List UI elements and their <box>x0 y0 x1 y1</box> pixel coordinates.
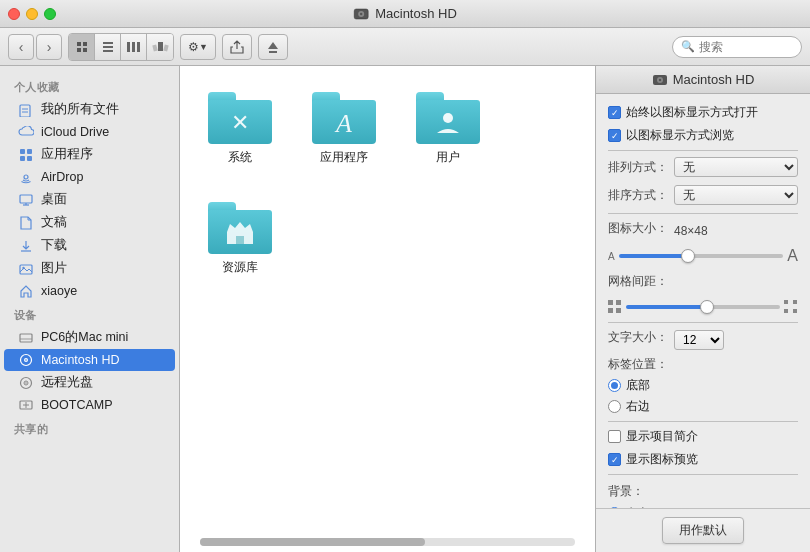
svg-rect-18 <box>20 334 32 342</box>
sidebar-item-downloads[interactable]: 下载 <box>4 234 175 257</box>
file-item-apps[interactable]: A 应用程序 <box>304 86 384 172</box>
right-panel-bottom: 用作默认 <box>596 508 810 552</box>
downloads-icon <box>18 238 34 254</box>
svg-marker-31 <box>227 222 253 232</box>
file-item-library[interactable]: 资源库 <box>200 196 280 282</box>
eject-icon <box>266 40 280 54</box>
eject-button[interactable] <box>258 34 288 60</box>
icon-view-button[interactable] <box>69 34 95 60</box>
divider-2 <box>608 213 798 214</box>
order-by-select[interactable]: 无 <box>674 185 798 205</box>
radio-inner-bottom <box>611 382 618 389</box>
mac-mini-label: PC6的Mac mini <box>41 329 128 346</box>
sidebar-item-desktop[interactable]: 桌面 <box>4 188 175 211</box>
sidebar-item-remote-disk[interactable]: 远程光盘 <box>4 371 175 394</box>
text-size-select[interactable]: 12 <box>674 330 724 350</box>
order-by-label: 排序方式： <box>608 187 668 204</box>
file-item-system[interactable]: ✕ 系统 <box>200 86 280 172</box>
traffic-lights <box>8 8 56 20</box>
sidebar-item-icloud[interactable]: iCloud Drive <box>4 121 175 143</box>
defaults-button[interactable]: 用作默认 <box>662 517 744 544</box>
close-button[interactable] <box>8 8 20 20</box>
divider-1 <box>608 150 798 151</box>
toolbar: ‹ › <box>0 28 810 66</box>
file-item-users[interactable]: 用户 <box>408 86 488 172</box>
library-folder-icon <box>225 218 255 246</box>
show-brief-row: 显示项目简介 <box>608 428 798 445</box>
divider-4 <box>608 421 798 422</box>
label-bottom-row[interactable]: 底部 <box>608 377 798 394</box>
sidebar-item-all-files[interactable]: 我的所有文件 <box>4 98 175 121</box>
grid-spacing-row: 网格间距： <box>608 273 798 294</box>
bootcamp-icon <box>18 397 34 413</box>
sidebar-item-docs[interactable]: 文稿 <box>4 211 175 234</box>
browse-icon-checkbox[interactable] <box>608 129 621 142</box>
airdrop-label: AirDrop <box>41 170 83 184</box>
file-label-apps: 应用程序 <box>320 150 368 166</box>
hd-icon <box>353 6 369 22</box>
show-preview-checkbox[interactable] <box>608 453 621 466</box>
sidebar-item-macintosh-hd[interactable]: Macintosh HD <box>4 349 175 371</box>
minimize-button[interactable] <box>26 8 38 20</box>
remote-disk-icon <box>18 375 34 391</box>
sidebar-item-xiaoye[interactable]: xiaoye <box>4 280 175 302</box>
search-input[interactable] <box>699 40 793 54</box>
right-panel-title: Macintosh HD <box>596 66 810 94</box>
right-panel-title-text: Macintosh HD <box>673 72 755 87</box>
always-open-checkbox[interactable] <box>608 106 621 119</box>
show-brief-checkbox[interactable] <box>608 430 621 443</box>
browse-icon-row: 以图标显示方式浏览 <box>608 127 798 144</box>
downloads-label: 下载 <box>41 237 67 254</box>
scrollbar-thumb[interactable] <box>200 538 425 546</box>
folder-icon-apps: A <box>312 92 376 144</box>
right-panel: Macintosh HD 始终以图标显示方式打开 以图标显示方式浏览 排列方式： <box>595 66 810 552</box>
icon-size-slider[interactable] <box>619 254 784 258</box>
sidebar-item-mac-mini[interactable]: PC6的Mac mini <box>4 326 175 349</box>
list-view-button[interactable] <box>95 34 121 60</box>
nav-buttons: ‹ › <box>8 34 62 60</box>
docs-icon <box>18 215 34 231</box>
personal-section-header: 个人收藏 <box>0 74 179 98</box>
sidebar-item-photos[interactable]: 图片 <box>4 257 175 280</box>
grid-spacing-thumb <box>700 300 714 314</box>
grid-spacing-slider[interactable] <box>626 305 780 309</box>
sidebar-item-apps[interactable]: 应用程序 <box>4 143 175 166</box>
horizontal-scrollbar[interactable] <box>200 538 575 546</box>
sidebar-item-bootcamp[interactable]: BOOTCAMP <box>4 394 175 416</box>
show-brief-label: 显示项目简介 <box>626 428 698 445</box>
svg-rect-32 <box>236 236 244 244</box>
sort-by-select[interactable]: 无 <box>674 157 798 177</box>
column-view-button[interactable] <box>121 34 147 60</box>
browse-icon-label: 以图标显示方式浏览 <box>626 127 734 144</box>
desktop-icon <box>18 192 34 208</box>
label-bottom-radio[interactable] <box>608 379 621 392</box>
label-right-radio[interactable] <box>608 400 621 413</box>
macintosh-hd-icon <box>18 352 34 368</box>
right-panel-content: 始终以图标显示方式打开 以图标显示方式浏览 排列方式： 无 排序方式： <box>596 94 810 508</box>
back-button[interactable]: ‹ <box>8 34 34 60</box>
icon-size-row: 图标大小： 48×48 <box>608 220 798 241</box>
users-folder-icon <box>433 107 463 137</box>
icon-size-slider-row: A A <box>608 247 798 265</box>
svg-rect-8 <box>27 149 32 154</box>
sidebar-item-airdrop[interactable]: AirDrop <box>4 166 175 188</box>
order-by-row: 排序方式： 无 <box>608 185 798 205</box>
search-box[interactable]: 🔍 <box>672 36 802 58</box>
grid-tight-icon <box>608 300 622 314</box>
right-hd-icon <box>652 72 668 88</box>
share-button[interactable] <box>222 34 252 60</box>
svg-point-2 <box>360 12 362 14</box>
coverflow-view-button[interactable] <box>147 34 173 60</box>
maximize-button[interactable] <box>44 8 56 20</box>
label-right-row[interactable]: 右边 <box>608 398 798 415</box>
share-icon <box>230 40 244 54</box>
show-preview-row: 显示图标预览 <box>608 451 798 468</box>
action-button[interactable]: ⚙▼ <box>180 34 216 60</box>
macintosh-hd-label: Macintosh HD <box>41 353 120 367</box>
remote-disk-label: 远程光盘 <box>41 374 93 391</box>
forward-button[interactable]: › <box>36 34 62 60</box>
grid-wide-icon <box>784 300 798 314</box>
file-label-users: 用户 <box>436 150 460 166</box>
all-files-label: 我的所有文件 <box>41 101 119 118</box>
svg-point-22 <box>25 359 27 361</box>
